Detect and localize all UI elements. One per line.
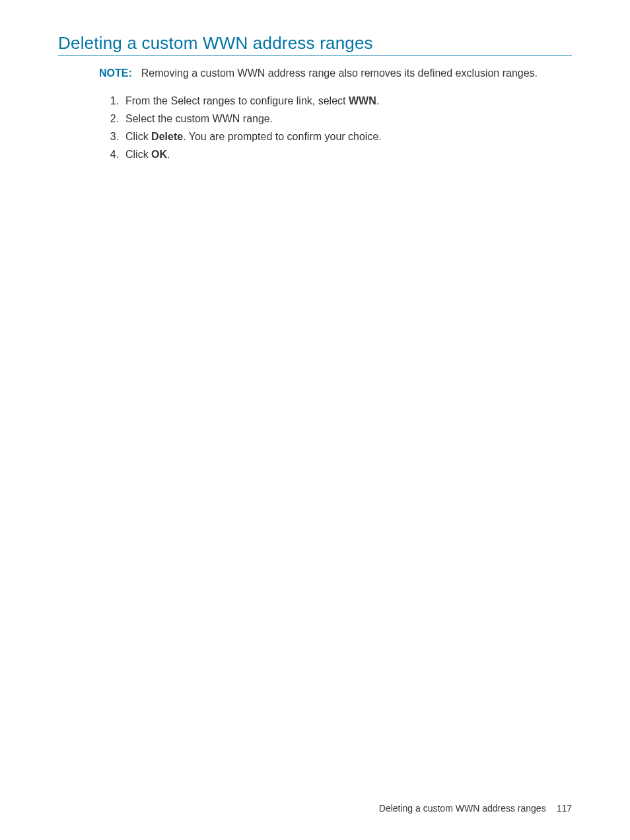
page-footer: Deleting a custom WWN address ranges117	[379, 803, 572, 814]
step-text-pre: Click	[125, 131, 151, 142]
list-item: Click OK.	[99, 147, 565, 163]
content-block: NOTE:Removing a custom WWN address range…	[99, 65, 565, 163]
list-item: Click Delete. You are prompted to confir…	[99, 129, 565, 145]
step-text-post: .	[376, 95, 379, 106]
step-text-post: . You are prompted to confirm your choic…	[183, 131, 382, 142]
footer-page-number: 117	[557, 803, 572, 814]
step-text-pre: Select the custom WWN range.	[125, 113, 273, 124]
steps-list: From the Select ranges to configure link…	[99, 93, 565, 163]
list-item: From the Select ranges to configure link…	[99, 93, 565, 109]
note-text: Removing a custom WWN address range also…	[141, 67, 538, 79]
step-text-bold: WWN	[349, 95, 376, 106]
step-text-post: .	[167, 149, 170, 160]
footer-title: Deleting a custom WWN address ranges	[379, 803, 546, 814]
step-text-bold: Delete	[151, 131, 183, 142]
step-text-pre: Click	[125, 149, 151, 160]
note-line: NOTE:Removing a custom WWN address range…	[99, 65, 565, 81]
page-heading: Deleting a custom WWN address ranges	[58, 33, 572, 56]
note-label: NOTE:	[99, 67, 132, 79]
list-item: Select the custom WWN range.	[99, 111, 565, 127]
step-text-pre: From the Select ranges to configure link…	[125, 95, 349, 106]
page-container: Deleting a custom WWN address ranges NOT…	[0, 0, 630, 840]
step-text-bold: OK	[151, 149, 167, 160]
